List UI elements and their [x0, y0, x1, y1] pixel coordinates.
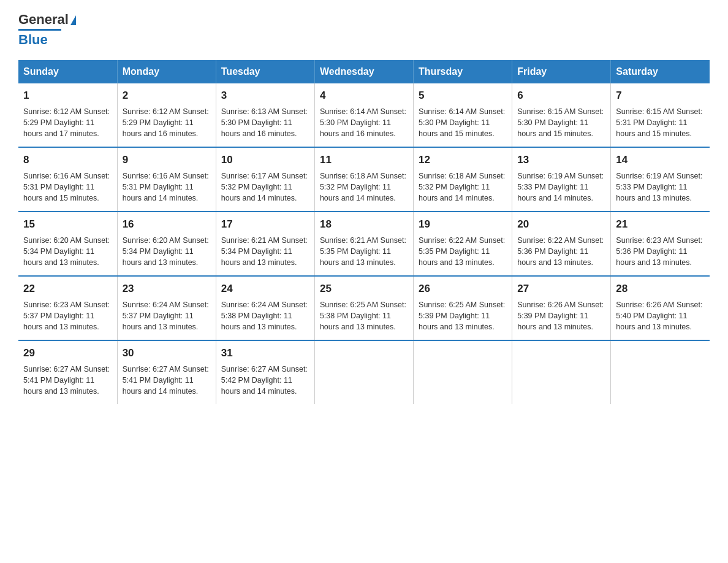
- day-info: Sunrise: 6:21 AM Sunset: 5:35 PM Dayligh…: [320, 235, 408, 268]
- day-info: Sunrise: 6:22 AM Sunset: 5:35 PM Dayligh…: [419, 235, 507, 268]
- calendar-cell: 31Sunrise: 6:27 AM Sunset: 5:42 PM Dayli…: [216, 340, 314, 404]
- col-header-monday: Monday: [117, 60, 216, 83]
- day-info: Sunrise: 6:16 AM Sunset: 5:31 PM Dayligh…: [123, 170, 211, 204]
- day-number: 30: [123, 346, 211, 361]
- col-header-sunday: Sunday: [18, 60, 117, 83]
- week-row-1: 1Sunrise: 6:12 AM Sunset: 5:29 PM Daylig…: [18, 83, 710, 147]
- logo-text: General: [18, 12, 76, 27]
- calendar-cell: 22Sunrise: 6:23 AM Sunset: 5:37 PM Dayli…: [18, 276, 117, 340]
- day-number: 16: [123, 217, 211, 232]
- calendar-cell: 23Sunrise: 6:24 AM Sunset: 5:37 PM Dayli…: [117, 276, 216, 340]
- day-info: Sunrise: 6:20 AM Sunset: 5:34 PM Dayligh…: [23, 235, 112, 268]
- col-header-friday: Friday: [512, 60, 611, 83]
- day-number: 19: [419, 217, 507, 232]
- day-number: 31: [221, 346, 309, 361]
- week-row-5: 29Sunrise: 6:27 AM Sunset: 5:41 PM Dayli…: [18, 340, 710, 404]
- calendar-cell: 27Sunrise: 6:26 AM Sunset: 5:39 PM Dayli…: [512, 276, 611, 340]
- col-header-saturday: Saturday: [611, 60, 710, 83]
- calendar-cell: 28Sunrise: 6:26 AM Sunset: 5:40 PM Dayli…: [611, 276, 710, 340]
- day-number: 12: [419, 153, 507, 168]
- day-info: Sunrise: 6:27 AM Sunset: 5:41 PM Dayligh…: [23, 364, 112, 397]
- day-info: Sunrise: 6:15 AM Sunset: 5:31 PM Dayligh…: [616, 106, 705, 139]
- calendar-cell: 16Sunrise: 6:20 AM Sunset: 5:34 PM Dayli…: [117, 212, 216, 276]
- day-number: 24: [221, 282, 309, 297]
- day-info: Sunrise: 6:18 AM Sunset: 5:32 PM Dayligh…: [320, 170, 408, 204]
- calendar-cell: 2Sunrise: 6:12 AM Sunset: 5:29 PM Daylig…: [117, 83, 216, 147]
- calendar-cell: 26Sunrise: 6:25 AM Sunset: 5:39 PM Dayli…: [414, 276, 512, 340]
- calendar-cell: [512, 340, 611, 404]
- calendar-cell: 8Sunrise: 6:16 AM Sunset: 5:31 PM Daylig…: [18, 147, 117, 212]
- calendar-cell: [611, 340, 710, 404]
- calendar-cell: 3Sunrise: 6:13 AM Sunset: 5:30 PM Daylig…: [216, 83, 314, 147]
- calendar-cell: 18Sunrise: 6:21 AM Sunset: 5:35 PM Dayli…: [314, 212, 413, 276]
- page-header: General Blue: [18, 12, 710, 48]
- day-info: Sunrise: 6:27 AM Sunset: 5:42 PM Dayligh…: [221, 364, 309, 397]
- day-info: Sunrise: 6:24 AM Sunset: 5:38 PM Dayligh…: [221, 299, 309, 332]
- day-number: 17: [221, 217, 309, 232]
- day-info: Sunrise: 6:21 AM Sunset: 5:34 PM Dayligh…: [221, 235, 309, 268]
- calendar-cell: 20Sunrise: 6:22 AM Sunset: 5:36 PM Dayli…: [512, 212, 611, 276]
- day-number: 1: [23, 88, 112, 104]
- day-number: 9: [123, 153, 211, 168]
- calendar-cell: 1Sunrise: 6:12 AM Sunset: 5:29 PM Daylig…: [18, 83, 117, 147]
- day-number: 14: [616, 153, 705, 168]
- calendar-header-row: SundayMondayTuesdayWednesdayThursdayFrid…: [18, 60, 710, 83]
- day-number: 6: [517, 88, 605, 104]
- day-number: 8: [23, 153, 112, 168]
- day-number: 21: [616, 217, 705, 232]
- day-info: Sunrise: 6:23 AM Sunset: 5:36 PM Dayligh…: [616, 235, 705, 268]
- day-number: 4: [320, 88, 408, 104]
- week-row-4: 22Sunrise: 6:23 AM Sunset: 5:37 PM Dayli…: [18, 276, 710, 340]
- day-number: 27: [517, 282, 605, 297]
- calendar-cell: 29Sunrise: 6:27 AM Sunset: 5:41 PM Dayli…: [18, 340, 117, 404]
- calendar-cell: 19Sunrise: 6:22 AM Sunset: 5:35 PM Dayli…: [414, 212, 512, 276]
- day-number: 28: [616, 282, 705, 297]
- col-header-wednesday: Wednesday: [314, 60, 413, 83]
- day-info: Sunrise: 6:12 AM Sunset: 5:29 PM Dayligh…: [123, 106, 211, 139]
- day-info: Sunrise: 6:26 AM Sunset: 5:39 PM Dayligh…: [517, 299, 605, 332]
- calendar-cell: 21Sunrise: 6:23 AM Sunset: 5:36 PM Dayli…: [611, 212, 710, 276]
- calendar-cell: [414, 340, 512, 404]
- calendar-cell: 6Sunrise: 6:15 AM Sunset: 5:30 PM Daylig…: [512, 83, 611, 147]
- calendar-cell: 4Sunrise: 6:14 AM Sunset: 5:30 PM Daylig…: [314, 83, 413, 147]
- calendar-cell: 10Sunrise: 6:17 AM Sunset: 5:32 PM Dayli…: [216, 147, 314, 212]
- week-row-2: 8Sunrise: 6:16 AM Sunset: 5:31 PM Daylig…: [18, 147, 710, 212]
- day-number: 22: [23, 282, 112, 297]
- day-info: Sunrise: 6:25 AM Sunset: 5:39 PM Dayligh…: [419, 299, 507, 332]
- calendar-cell: 12Sunrise: 6:18 AM Sunset: 5:32 PM Dayli…: [414, 147, 512, 212]
- day-info: Sunrise: 6:17 AM Sunset: 5:32 PM Dayligh…: [221, 170, 309, 204]
- day-info: Sunrise: 6:26 AM Sunset: 5:40 PM Dayligh…: [616, 299, 705, 332]
- calendar-cell: 17Sunrise: 6:21 AM Sunset: 5:34 PM Dayli…: [216, 212, 314, 276]
- day-info: Sunrise: 6:25 AM Sunset: 5:38 PM Dayligh…: [320, 299, 408, 332]
- day-info: Sunrise: 6:18 AM Sunset: 5:32 PM Dayligh…: [419, 170, 507, 204]
- day-number: 23: [123, 282, 211, 297]
- calendar-cell: 5Sunrise: 6:14 AM Sunset: 5:30 PM Daylig…: [414, 83, 512, 147]
- calendar-cell: 13Sunrise: 6:19 AM Sunset: 5:33 PM Dayli…: [512, 147, 611, 212]
- day-info: Sunrise: 6:19 AM Sunset: 5:33 PM Dayligh…: [517, 170, 605, 204]
- calendar-cell: 25Sunrise: 6:25 AM Sunset: 5:38 PM Dayli…: [314, 276, 413, 340]
- day-number: 20: [517, 217, 605, 232]
- day-info: Sunrise: 6:15 AM Sunset: 5:30 PM Dayligh…: [517, 106, 605, 139]
- day-info: Sunrise: 6:27 AM Sunset: 5:41 PM Dayligh…: [123, 364, 211, 397]
- day-number: 10: [221, 153, 309, 168]
- day-info: Sunrise: 6:20 AM Sunset: 5:34 PM Dayligh…: [123, 235, 211, 268]
- calendar-cell: 24Sunrise: 6:24 AM Sunset: 5:38 PM Dayli…: [216, 276, 314, 340]
- day-info: Sunrise: 6:24 AM Sunset: 5:37 PM Dayligh…: [123, 299, 211, 332]
- day-number: 3: [221, 88, 309, 104]
- calendar-cell: 30Sunrise: 6:27 AM Sunset: 5:41 PM Dayli…: [117, 340, 216, 404]
- day-number: 7: [616, 88, 705, 104]
- calendar-table: SundayMondayTuesdayWednesdayThursdayFrid…: [18, 60, 710, 404]
- day-number: 26: [419, 282, 507, 297]
- logo-underline: [18, 29, 61, 31]
- day-info: Sunrise: 6:14 AM Sunset: 5:30 PM Dayligh…: [320, 106, 408, 139]
- day-info: Sunrise: 6:23 AM Sunset: 5:37 PM Dayligh…: [23, 299, 112, 332]
- day-number: 18: [320, 217, 408, 232]
- week-row-3: 15Sunrise: 6:20 AM Sunset: 5:34 PM Dayli…: [18, 212, 710, 276]
- col-header-tuesday: Tuesday: [216, 60, 314, 83]
- day-info: Sunrise: 6:22 AM Sunset: 5:36 PM Dayligh…: [517, 235, 605, 268]
- day-info: Sunrise: 6:16 AM Sunset: 5:31 PM Dayligh…: [23, 170, 112, 204]
- logo-blue: Blue: [18, 32, 48, 48]
- calendar-cell: 7Sunrise: 6:15 AM Sunset: 5:31 PM Daylig…: [611, 83, 710, 147]
- day-info: Sunrise: 6:14 AM Sunset: 5:30 PM Dayligh…: [419, 106, 507, 139]
- calendar-cell: 15Sunrise: 6:20 AM Sunset: 5:34 PM Dayli…: [18, 212, 117, 276]
